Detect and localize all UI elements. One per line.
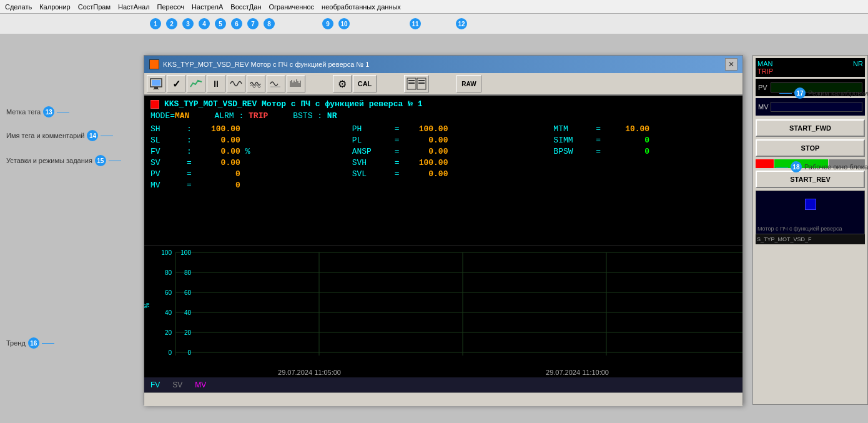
menu-item-5[interactable]: Пересоч (157, 3, 185, 11)
menu-item-sdelat[interactable]: Сделать (5, 3, 32, 11)
menu-item-2[interactable]: Калронир (39, 3, 71, 11)
right-trip-label: TRIP (757, 67, 863, 75)
label-bpsw: BPSW (553, 147, 591, 156)
sep-svh: = (395, 158, 400, 167)
toolbar-wave4-btn[interactable] (287, 75, 305, 92)
window-status-bar (144, 392, 742, 406)
bubble-16: 16 (28, 337, 39, 349)
sep-ansp: = (395, 147, 400, 156)
bubble-5[interactable]: 5 (215, 18, 226, 29)
bubble-1[interactable]: 1 (150, 18, 161, 29)
menu-item-4[interactable]: НастАнал (118, 3, 150, 11)
menu-item-6[interactable]: НастрелА (192, 3, 223, 11)
bubble-9[interactable]: 9 (322, 18, 333, 29)
toolbar-trend-btn[interactable] (187, 75, 205, 92)
bubble-7[interactable]: 7 (247, 18, 259, 29)
val-sl: 0.00 (197, 136, 240, 145)
start-rev-button[interactable]: START_REV (756, 171, 865, 188)
sep-sh: : (187, 124, 192, 134)
callout-label-15: Уставки и режимы задания (6, 157, 92, 164)
callout-line-13 (57, 112, 69, 112)
data-fields-col3: MTM = 10.00 SIMM = 0 BPSW = 0 (553, 124, 736, 192)
toolbar-monitor-btn[interactable] (147, 75, 165, 92)
legend-fv[interactable]: FV (150, 381, 160, 389)
callout-label-18: Рабочее окно блока (804, 163, 868, 171)
window-title: KKS_TYP_MOT_VSD_REV Мотор с ПЧ с функцие… (163, 61, 369, 68)
bubble-6[interactable]: 6 (231, 18, 242, 29)
menu-item-3[interactable]: СостПрам (78, 3, 111, 11)
svg-text:%: % (144, 302, 150, 308)
menu-item-8[interactable]: Ограниченнос (269, 3, 314, 11)
callout-18: Рабочее окно блока 18 (776, 161, 868, 172)
trend-timestamps: 29.07.2024 11:05:00 29.07.2024 11:10:00 (144, 367, 742, 377)
mode-display: MODE=MAN (150, 111, 189, 121)
label-mtm: MTM (553, 124, 591, 134)
bubble-3[interactable]: 3 (182, 18, 194, 29)
toolbar-bbs-btn[interactable] (404, 75, 429, 92)
toolbar-check-btn[interactable]: ✓ (167, 75, 185, 92)
right-pv-label: PV (758, 84, 771, 91)
svg-text:100: 100 (180, 249, 191, 256)
sep-pl: = (395, 136, 400, 145)
right-nr-label: NR (853, 60, 863, 67)
toolbar-settings-btn[interactable]: ⚙ (333, 75, 352, 92)
thumbnail-tag-text: S_TYP_MOT_VSD_F (757, 236, 812, 242)
label-pl: PL (352, 136, 390, 145)
val-mv: 0 (197, 181, 240, 190)
menu-item-7[interactable]: ВосстДан (230, 3, 261, 11)
right-panel: MAN NR TRIP PV MV START_FWD STOP START_R… (752, 55, 868, 405)
bubble-4[interactable]: 4 (199, 18, 210, 29)
toolbar-wave2-btn[interactable] (247, 75, 265, 92)
numbered-bubbles-row: 1 2 3 4 5 6 7 8 9 10 11 12 (0, 14, 868, 34)
val-sv: 0.00 (197, 158, 240, 167)
bubble-13: 13 (43, 106, 54, 117)
toolbar-wave3-btn[interactable] (267, 75, 285, 92)
bubble-11[interactable]: 11 (410, 18, 421, 29)
callout-14: Имя тега и комментарий 14 (6, 130, 113, 141)
label-svl: SVL (352, 169, 390, 179)
label-mv: MV (150, 181, 182, 190)
bubble-10[interactable]: 10 (338, 18, 350, 29)
window-icon (149, 59, 159, 69)
legend-sv[interactable]: SV (172, 381, 182, 389)
close-button[interactable]: ✕ (725, 58, 737, 71)
stop-button[interactable]: STOP (756, 139, 865, 157)
bsts-display: BSTS : NR (293, 111, 337, 121)
label-sh: SH (150, 124, 182, 134)
svg-rect-6 (408, 80, 415, 81)
window-title-bar: KKS_TYP_MOT_VSD_REV Мотор с ПЧ с функцие… (144, 56, 742, 73)
thumbnail-caption: Мотор с ПЧ с функцией реверса (757, 226, 863, 232)
callout-label-14: Имя тега и комментарий (6, 132, 84, 139)
svg-text:0: 0 (168, 349, 172, 356)
toolbar-raw-btn[interactable]: RAW (456, 75, 481, 92)
start-fwd-button[interactable]: START_FWD (756, 119, 865, 137)
bubble-8[interactable]: 8 (264, 18, 275, 29)
callout-line-15 (109, 161, 121, 161)
svg-text:100: 100 (161, 249, 172, 256)
unit-fv: % (245, 147, 250, 156)
svg-rect-2 (153, 89, 159, 89)
svg-text:60: 60 (184, 289, 192, 296)
timestamp-left: 29.07.2024 11:05:00 (278, 369, 341, 376)
svg-text:20: 20 (165, 329, 172, 336)
toolbar-pause-btn[interactable]: ⏸ (207, 75, 225, 92)
menu-item-9[interactable]: необработанных данных (322, 3, 401, 11)
label-sv: SV (150, 158, 182, 167)
toolbar-cal-btn[interactable]: CAL (353, 75, 377, 92)
val-svl: 0.00 (404, 169, 448, 179)
val-bpsw: 0 (606, 147, 649, 156)
ind-red (756, 159, 774, 168)
svg-rect-3 (152, 80, 160, 86)
svg-rect-9 (418, 80, 425, 81)
val-pl: 0.00 (404, 136, 448, 145)
val-sh: 100.00 (197, 124, 240, 134)
label-ph: PH (352, 124, 390, 134)
svg-rect-1 (154, 87, 158, 89)
bubble-12[interactable]: 12 (456, 18, 467, 29)
alarm-value: TRIP (249, 111, 268, 121)
toolbar-wave1-btn[interactable] (227, 75, 245, 92)
val-mtm: 10.00 (606, 124, 649, 134)
bubble-2[interactable]: 2 (166, 18, 177, 29)
callout-line-17 (779, 93, 792, 94)
legend-mv[interactable]: MV (195, 381, 206, 389)
